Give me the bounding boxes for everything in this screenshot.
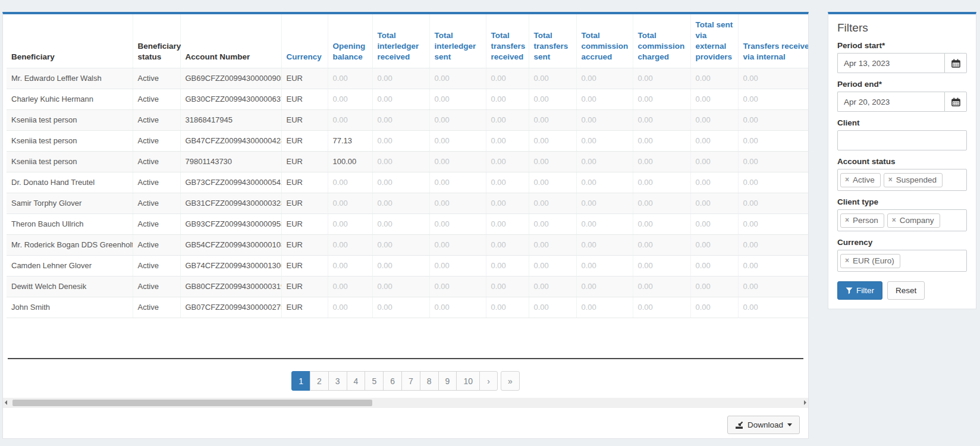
period-end-label: Period end* [837,80,967,89]
period-start-input[interactable] [837,53,944,73]
period-start-group [837,53,967,73]
currency-cell: EUR [281,276,328,297]
beneficiary-name: Samir Torphy Glover [7,193,133,213]
remove-tag-icon[interactable]: × [845,176,849,183]
last-page-button[interactable]: » [501,371,520,391]
currency-cell: EUR [281,234,328,255]
beneficiary-status: Active [133,276,180,297]
remove-tag-icon[interactable]: × [888,176,893,183]
account-number: 79801143730 [180,151,281,172]
amount-cell: 0.00 [529,297,576,318]
column-header-total-transfers-sent[interactable]: Total transfers sent [529,14,576,68]
column-header-total-sent-via-external-providers[interactable]: Total sent via external providers [690,14,738,68]
amount-cell: 0.00 [576,172,633,193]
pagination: 12345678910›» [3,371,808,391]
page-button-9[interactable]: 9 [438,371,457,391]
amount-cell: 0.00 [690,89,738,109]
period-start-label: Period start* [837,41,967,50]
beneficiary-status: Active [133,172,180,193]
currency-select[interactable]: ×EUR (Euro) [837,250,967,272]
column-header-opening-balance[interactable]: Opening balance [328,14,372,68]
amount-cell: 0.00 [690,255,738,276]
scrollbar-thumb[interactable] [12,400,372,406]
column-header-currency[interactable]: Currency [281,14,328,68]
table-row: Camden Lehner GloverActiveGB74CFZZ009943… [7,255,808,276]
column-header-total-transfers-received[interactable]: Total transfers received [486,14,529,68]
beneficiary-name: Theron Bauch Ullrich [7,213,133,234]
page-button-4[interactable]: 4 [347,371,366,391]
account-number: GB73CFZZ00994300000542 [180,172,281,193]
period-end-calendar-button[interactable] [944,92,967,112]
amount-cell: 0.00 [633,89,690,109]
remove-tag-icon[interactable]: × [845,216,849,224]
scrollbar-left-arrow-icon[interactable] [5,400,7,405]
page-button-3[interactable]: 3 [328,371,347,391]
download-button[interactable]: Download [727,416,800,434]
reset-button[interactable]: Reset [887,281,925,300]
scrollbar-right-arrow-icon[interactable] [804,400,806,405]
period-start-calendar-button[interactable] [944,53,967,73]
filter-tag-eur-euro: ×EUR (Euro) [840,254,900,268]
horizontal-scrollbar[interactable] [3,398,808,408]
amount-cell: 0.00 [372,255,429,276]
beneficiary-status: Active [133,151,180,172]
column-header-total-commission-accrued[interactable]: Total commission accrued [576,14,633,68]
column-header-beneficiary: Beneficiary [7,14,133,68]
amount-cell: 0.00 [429,89,486,109]
amount-cell: 0.00 [328,234,372,255]
remove-tag-icon[interactable]: × [892,216,896,224]
remove-tag-icon[interactable]: × [845,257,849,264]
amount-cell: 0.00 [576,276,633,297]
amount-cell: 0.00 [529,130,576,151]
client-input[interactable] [837,130,967,150]
filter-button[interactable]: Filter [837,281,882,300]
page-button-2[interactable]: 2 [310,371,329,391]
amount-cell: 0.00 [486,89,529,109]
table-row: Samir Torphy GloverActiveGB31CFZZ0099430… [7,193,808,213]
amount-cell: 0.00 [633,172,690,193]
amount-cell: 0.00 [328,172,372,193]
page-button-1[interactable]: 1 [291,371,310,391]
table-footer: Download [3,408,808,438]
filter-tag-company: ×Company [887,213,940,228]
amount-cell: 0.00 [429,193,486,213]
table-row: Mr. Edwardo Leffler WalshActiveGB69CFZZ0… [7,68,808,89]
amount-cell: 0.00 [576,109,633,130]
column-header-total-commission-charged[interactable]: Total commission charged [633,14,690,68]
amount-cell: 0.00 [372,68,429,89]
column-header-total-interledger-sent[interactable]: Total interledger sent [429,14,486,68]
currency-cell: EUR [281,109,328,130]
calendar-icon [951,59,960,68]
amount-cell: 0.00 [429,151,486,172]
account-number: GB31CFZZ00994300000328 [180,193,281,213]
page-button-7[interactable]: 7 [401,371,420,391]
beneficiary-name: Dewitt Welch Denesik [7,276,133,297]
page-button-5[interactable]: 5 [365,371,384,391]
account-status-select[interactable]: ×Active×Suspended [837,169,967,191]
amount-cell: 0.00 [328,89,372,109]
page-button-6[interactable]: 6 [383,371,402,391]
client-label: Client [837,118,967,127]
column-header-total-interledger-received[interactable]: Total interledger received [372,14,429,68]
amount-cell: 0.00 [690,193,738,213]
account-status-label: Account status [837,157,967,166]
column-header-transfers-received-via-internal[interactable]: Transfers received via internal [738,14,808,68]
amount-cell: 0.00 [486,68,529,89]
beneficiary-name: Kseniia test person [7,109,133,130]
period-end-input[interactable] [837,92,944,112]
client-type-select[interactable]: ×Person×Company [837,209,967,231]
currency-cell: EUR [281,151,328,172]
amount-cell: 0.00 [529,213,576,234]
currency-cell: EUR [281,193,328,213]
page-button-10[interactable]: 10 [456,371,480,391]
next-page-button[interactable]: › [479,371,498,391]
amount-cell: 0.00 [372,213,429,234]
amount-cell: 0.00 [486,255,529,276]
amount-cell: 0.00 [633,234,690,255]
amount-cell: 0.00 [690,172,738,193]
page-button-8[interactable]: 8 [420,371,439,391]
amount-cell: 0.00 [486,234,529,255]
amount-cell: 0.00 [328,213,372,234]
amount-cell: 0.00 [738,89,808,109]
amount-cell: 0.00 [486,130,529,151]
